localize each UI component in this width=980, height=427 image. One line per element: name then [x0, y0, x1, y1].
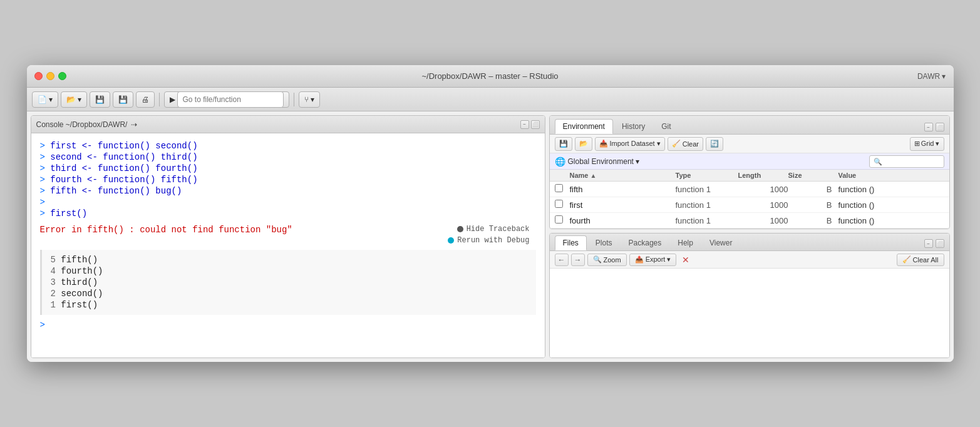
- sort-arrow-icon: ▲: [591, 172, 597, 179]
- goto-field[interactable]: [177, 91, 284, 108]
- rerun-debug-label: Rerun with Debug: [457, 236, 529, 245]
- clear-env-btn[interactable]: 🧹 Clear: [668, 137, 703, 151]
- row-size-fifth: B: [788, 185, 838, 194]
- files-maximize-btn[interactable]: ⬜: [936, 239, 944, 248]
- tab-viewer[interactable]: Viewer: [702, 235, 740, 250]
- row-type-first: function 1: [676, 200, 738, 210]
- minimize-button[interactable]: [46, 72, 54, 80]
- zoom-btn[interactable]: 🔍 Zoom: [587, 254, 627, 266]
- open-recent-button[interactable]: 📂▾: [61, 91, 87, 108]
- console-panel: Console ~/Dropbox/DAWR/ ⇢ − ⬜ > first <-…: [31, 115, 545, 358]
- console-final-prompt[interactable]: >: [40, 320, 536, 330]
- row-len-fourth: 1000: [738, 216, 788, 225]
- prompt-6: >: [40, 197, 45, 207]
- refresh-env-btn[interactable]: 🔄: [706, 137, 723, 151]
- git-button[interactable]: ⑂▾: [299, 91, 320, 108]
- user-badge[interactable]: DAWR ▾: [917, 72, 946, 81]
- trace-num-1: 1: [51, 300, 61, 310]
- maximize-button[interactable]: [58, 72, 66, 80]
- goto-button[interactable]: ▶: [164, 91, 289, 108]
- trace-func-3: third(): [61, 277, 98, 287]
- checkbox-first[interactable]: [555, 200, 563, 208]
- export-label: Export ▾: [646, 255, 671, 264]
- row-name-fourth: fourth: [570, 216, 676, 225]
- col-value-label: Value: [838, 172, 857, 179]
- env-scope-label[interactable]: Global Environment ▾: [568, 157, 640, 166]
- col-length[interactable]: Length: [738, 172, 788, 179]
- tab-packages[interactable]: Packages: [621, 235, 669, 250]
- main-content: Console ~/Dropbox/DAWR/ ⇢ − ⬜ > first <-…: [27, 111, 954, 362]
- env-search-input[interactable]: [869, 155, 944, 168]
- console-maximize-btn[interactable]: ⬜: [531, 120, 540, 129]
- grid-view-btn[interactable]: ⊞ Grid ▾: [910, 137, 944, 151]
- open-icon: 📂: [66, 95, 76, 104]
- code-4: fourth <- function() fifth(): [50, 175, 197, 185]
- console-body[interactable]: > first <- function() second() > second …: [31, 133, 545, 358]
- table-row: fourth function 1 1000 B function (): [550, 213, 949, 229]
- env-table-header: Name ▲ Type Length Size Value: [550, 170, 949, 182]
- forward-btn[interactable]: →: [571, 254, 585, 266]
- trace-func-1: first(): [61, 300, 98, 310]
- save-button[interactable]: 💾: [90, 91, 110, 108]
- clear-all-icon: 🧹: [902, 255, 911, 264]
- right-panel: Environment History Git − ⬜: [549, 115, 950, 358]
- delete-plot-btn[interactable]: ✕: [679, 254, 693, 266]
- rerun-debug-btn[interactable]: Rerun with Debug: [448, 236, 529, 245]
- save-all-button[interactable]: 💾: [113, 91, 133, 108]
- rstudio-window: ~/Dropbox/DAWR – master – RStudio DAWR ▾…: [27, 65, 954, 362]
- grid-label: Grid ▾: [921, 140, 940, 148]
- clear-all-btn[interactable]: 🧹 Clear All: [897, 254, 944, 266]
- code-7: first(): [50, 208, 87, 219]
- window-title: ~/Dropbox/DAWR – master – RStudio: [421, 71, 558, 81]
- files-minimize-btn[interactable]: −: [924, 239, 933, 248]
- refresh-icon: 🔄: [710, 140, 719, 148]
- load-env-btn[interactable]: 📂: [575, 137, 592, 151]
- tab-history[interactable]: History: [614, 119, 652, 134]
- tab-help[interactable]: Help: [670, 235, 701, 250]
- trace-line-3: 3 third(): [51, 277, 530, 287]
- tab-git[interactable]: Git: [654, 119, 678, 134]
- import-dataset-btn[interactable]: 📥 Import Dataset ▾: [595, 137, 665, 151]
- col-size[interactable]: Size: [788, 172, 838, 179]
- row-len-fifth: 1000: [738, 185, 788, 194]
- tab-plots[interactable]: Plots: [588, 235, 620, 250]
- tab-files[interactable]: Files: [555, 235, 587, 250]
- print-icon: 🖨: [142, 95, 149, 104]
- checkbox-fifth[interactable]: [555, 184, 563, 192]
- print-button[interactable]: 🖨: [136, 91, 155, 108]
- checkbox-fourth[interactable]: [555, 215, 563, 224]
- save-all-icon: 💾: [118, 95, 128, 104]
- env-minimize-btn[interactable]: −: [924, 123, 933, 131]
- back-btn[interactable]: ←: [555, 254, 569, 266]
- col-size-label: Size: [788, 172, 802, 179]
- export-btn[interactable]: 📤 Export ▾: [629, 254, 677, 266]
- col-name[interactable]: Name ▲: [570, 172, 676, 179]
- tab-packages-label: Packages: [629, 239, 662, 247]
- console-minimize-btn[interactable]: −: [520, 120, 529, 129]
- env-scope-bar: 🌐 Global Environment ▾: [550, 153, 949, 170]
- back-icon: ←: [558, 255, 565, 264]
- close-button[interactable]: [34, 72, 43, 80]
- files-toolbar: ← → 🔍 Zoom 📤 Export ▾ ✕: [550, 251, 949, 269]
- trace-line-4: 4 fourth(): [51, 266, 530, 276]
- row-check-first: [555, 200, 570, 210]
- import-label: Import Dataset ▾: [610, 140, 661, 148]
- tab-environment[interactable]: Environment: [555, 119, 613, 134]
- row-check-fourth: [555, 215, 570, 225]
- env-maximize-btn[interactable]: ⬜: [936, 123, 944, 131]
- files-panel: Files Plots Packages Help Viewer: [549, 233, 950, 358]
- new-file-button[interactable]: 📄▾: [32, 91, 58, 108]
- final-prompt-symbol: >: [40, 320, 45, 330]
- files-tab-controls: − ⬜: [924, 239, 944, 250]
- prompt-2: >: [40, 152, 51, 162]
- col-value[interactable]: Value: [838, 172, 944, 179]
- row-len-first: 1000: [738, 200, 788, 210]
- console-line-4: > fourth <- function() fifth(): [40, 175, 536, 185]
- save-env-btn[interactable]: 💾: [555, 137, 572, 151]
- console-header: Console ~/Dropbox/DAWR/ ⇢ − ⬜: [31, 116, 545, 133]
- hide-traceback-btn[interactable]: Hide Traceback: [457, 225, 530, 234]
- files-tab-bar: Files Plots Packages Help Viewer: [550, 234, 949, 251]
- col-type[interactable]: Type: [676, 172, 738, 179]
- console-controls: − ⬜: [520, 120, 540, 129]
- console-line-2: > second <- function() third(): [40, 152, 536, 162]
